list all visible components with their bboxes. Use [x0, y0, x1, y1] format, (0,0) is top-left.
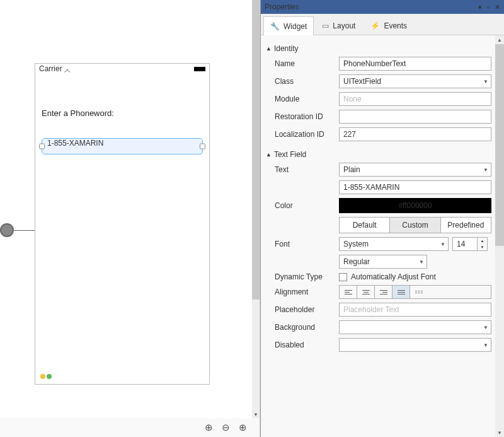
- phone-textfield-selected[interactable]: 1-855-XAMARIN: [42, 138, 203, 154]
- layout-icon: ▭: [322, 21, 329, 30]
- phone-preview[interactable]: Carrier ◞◟ Enter a Phoneword: 1-855-XAMA…: [35, 63, 210, 385]
- color-default-button[interactable]: Default: [340, 218, 390, 233]
- scroll-up-icon[interactable]: ▲: [495, 35, 504, 44]
- alignment-label: Alignment: [275, 288, 339, 296]
- disabled-label: Disabled: [275, 341, 339, 349]
- phoneword-label[interactable]: Enter a Phoneword:: [42, 108, 203, 118]
- color-custom-button[interactable]: Custom: [390, 218, 440, 233]
- designer-canvas[interactable]: Carrier ◞◟ Enter a Phoneword: 1-855-XAMA…: [0, 0, 252, 418]
- align-right-button[interactable]: [375, 286, 392, 298]
- localization-field[interactable]: [339, 127, 491, 141]
- align-justify-button[interactable]: [392, 286, 410, 298]
- designer-pane: Carrier ◞◟ Enter a Phoneword: 1-855-XAMA…: [0, 0, 260, 437]
- phone-statusbar: Carrier ◞◟: [35, 64, 209, 74]
- zoom-in-icon[interactable]: ⊕: [239, 422, 247, 433]
- class-label: Class: [275, 77, 339, 86]
- scrollbar-thumb[interactable]: [495, 44, 504, 246]
- events-icon: ⚡: [370, 21, 380, 30]
- scrollbar-thumb[interactable]: [252, 0, 260, 300]
- close-icon[interactable]: ✕: [495, 3, 500, 11]
- color-predefined-button[interactable]: Predefined: [441, 218, 491, 233]
- align-natural-button[interactable]: [410, 286, 428, 298]
- tab-events-label: Events: [384, 21, 407, 30]
- tab-events[interactable]: ⚡ Events: [364, 16, 414, 35]
- chevron-down-icon: ▼: [483, 167, 488, 173]
- caret-down-icon: ▲: [266, 151, 272, 158]
- font-size-stepper[interactable]: ▲▼: [452, 237, 491, 251]
- wifi-icon: ◞◟: [64, 64, 71, 73]
- dyntype-label: Dynamic Type: [275, 272, 339, 281]
- class-field[interactable]: UITextField▼: [339, 74, 491, 88]
- panel-title: Properties: [265, 3, 299, 11]
- tab-layout[interactable]: ▭ Layout: [315, 16, 362, 35]
- step-up-icon[interactable]: ▲: [478, 238, 487, 244]
- dyntype-checkbox-label: Automatically Adjust Font: [351, 272, 436, 281]
- scroll-down-icon[interactable]: ▼: [495, 428, 504, 437]
- color-label: Color: [275, 201, 339, 210]
- panel-titlebar[interactable]: Properties ▾ ▫ ✕: [261, 0, 504, 14]
- chevron-down-icon: ▼: [483, 342, 488, 348]
- chevron-down-icon: ▼: [440, 242, 445, 247]
- module-field[interactable]: [339, 92, 491, 106]
- tab-widget[interactable]: 🔧 Widget: [263, 16, 314, 35]
- section-identity-label: Identity: [274, 44, 299, 53]
- font-label: Font: [275, 240, 339, 248]
- panel-content: ▲ Identity Name Class UITextField▼ Modul…: [261, 35, 495, 437]
- placeholder-field[interactable]: [339, 303, 491, 317]
- restoration-field[interactable]: [339, 110, 491, 124]
- section-textfield[interactable]: ▲ Text Field: [266, 150, 491, 159]
- module-label: Module: [275, 95, 339, 103]
- background-field[interactable]: ▼: [339, 320, 491, 334]
- color-swatch[interactable]: #ff000000: [339, 198, 491, 213]
- designer-toolbar: ⊕ ⊖ ⊕: [0, 418, 260, 437]
- step-down-icon[interactable]: ▼: [478, 244, 487, 250]
- align-center-button[interactable]: [357, 286, 375, 298]
- align-left-button[interactable]: [340, 286, 357, 298]
- properties-panel: Properties ▾ ▫ ✕ 🔧 Widget ▭ Layout ⚡ Eve…: [260, 0, 504, 437]
- font-family-field[interactable]: System▼: [339, 237, 449, 251]
- wrench-icon: 🔧: [270, 22, 280, 31]
- disabled-field[interactable]: ▼: [339, 338, 491, 352]
- chevron-down-icon: ▼: [483, 325, 488, 330]
- zoom-fit-icon[interactable]: ⊕: [205, 422, 213, 433]
- chevron-down-icon: ▼: [483, 79, 488, 84]
- font-size-field[interactable]: [452, 237, 478, 251]
- caret-down-icon: ▲: [266, 45, 272, 52]
- restoration-label: Restoration ID: [275, 112, 339, 121]
- tab-widget-label: Widget: [284, 22, 307, 31]
- background-label: Background: [275, 323, 339, 332]
- carrier-label: Carrier: [39, 64, 62, 73]
- text-value-field[interactable]: [339, 180, 491, 194]
- warnings-indicator[interactable]: [40, 373, 52, 380]
- text-mode-field[interactable]: Plain▼: [339, 163, 491, 177]
- zoom-out-icon[interactable]: ⊖: [222, 422, 230, 433]
- alignment-segment: [339, 285, 491, 299]
- name-field[interactable]: [339, 57, 491, 71]
- section-identity[interactable]: ▲ Identity: [266, 44, 491, 53]
- battery-icon: [194, 67, 205, 71]
- localization-label: Localization ID: [275, 130, 339, 139]
- designer-scrollbar[interactable]: ▼: [252, 0, 260, 418]
- scroll-down-icon[interactable]: ▼: [252, 411, 260, 418]
- color-mode-segment: Default Custom Predefined: [339, 217, 491, 233]
- placeholder-label: Placeholder: [275, 305, 339, 314]
- selection-handles[interactable]: [39, 144, 205, 149]
- pin-icon[interactable]: ▫: [487, 3, 490, 11]
- panel-scrollbar[interactable]: ▲ ▼: [495, 35, 504, 437]
- dyntype-checkbox[interactable]: Automatically Adjust Font: [339, 272, 491, 281]
- name-label: Name: [275, 59, 339, 68]
- chevron-down-icon: ▼: [419, 259, 424, 265]
- panel-tabs: 🔧 Widget ▭ Layout ⚡ Events: [261, 14, 504, 35]
- text-label: Text: [275, 165, 339, 174]
- dropdown-icon[interactable]: ▾: [478, 3, 482, 11]
- section-textfield-label: Text Field: [274, 150, 306, 159]
- tab-layout-label: Layout: [333, 21, 355, 30]
- font-weight-field[interactable]: Regular▼: [339, 255, 427, 269]
